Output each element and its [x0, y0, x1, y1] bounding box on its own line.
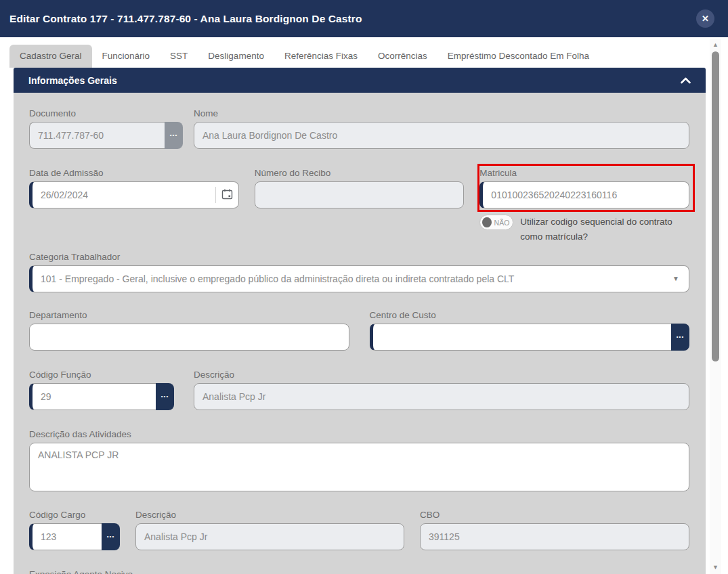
- data-admissao-label: Data de Admissão: [29, 168, 239, 178]
- tab-desligamento[interactable]: Desligamento: [198, 45, 274, 68]
- codigo-funcao-field[interactable]: 29: [29, 383, 156, 410]
- categoria-trabalhador-label: Categoria Trabalhador: [29, 252, 689, 262]
- centro-custo-field[interactable]: [370, 324, 672, 351]
- codigo-cargo-label: Código Cargo: [29, 510, 120, 520]
- scrollbar-thumb[interactable]: [712, 51, 719, 361]
- departamento-label: Departamento: [29, 310, 349, 320]
- close-button[interactable]: ✕: [696, 9, 714, 28]
- modal-title: Editar Contrato 177 - 711.477.787-60 - A…: [9, 13, 362, 25]
- toggle-question-label: Utilizar codigo sequencial do contrato c…: [520, 215, 689, 245]
- toggle-state-label: NÃO: [494, 219, 510, 227]
- data-admissao-field[interactable]: 26/02/2024: [29, 181, 239, 208]
- scroll-down-icon[interactable]: ▼: [710, 562, 721, 573]
- chevron-down-icon: ▼: [672, 275, 679, 282]
- tab-bar: Cadastro Geral Funcionário SST Desligame…: [0, 37, 728, 68]
- codigo-cargo-lookup-button[interactable]: •••: [102, 523, 120, 550]
- section-title: Informações Gerais: [28, 75, 117, 86]
- cbo-field[interactable]: 391125: [420, 523, 689, 550]
- ellipsis-icon: •••: [107, 534, 114, 539]
- ellipsis-icon: •••: [170, 133, 177, 138]
- toggle-knob-icon: [482, 217, 491, 227]
- tab-referencias-fixas[interactable]: Referências Fixas: [274, 45, 368, 68]
- nome-label: Nome: [194, 108, 689, 118]
- divider: [215, 187, 216, 203]
- modal-titlebar: Editar Contrato 177 - 711.477.787-60 - A…: [0, 0, 728, 37]
- data-admissao-value: 26/02/2024: [41, 190, 88, 200]
- categoria-trabalhador-select[interactable]: 101 - Empregado - Geral, inclusive o emp…: [29, 265, 689, 292]
- categoria-trabalhador-value: 101 - Empregado - Geral, inclusive o emp…: [41, 273, 514, 284]
- scroll-up-icon[interactable]: ▲: [710, 39, 721, 50]
- documento-label: Documento: [29, 108, 183, 118]
- calendar-icon[interactable]: [221, 188, 233, 202]
- numero-recibo-field[interactable]: [255, 181, 465, 208]
- informacoes-gerais-panel: Informações Gerais Documento 711.477.787…: [14, 68, 706, 574]
- matricula-label: Matricula: [479, 168, 689, 178]
- ellipsis-icon: •••: [677, 334, 684, 340]
- codigo-cargo-field[interactable]: 123: [29, 523, 102, 550]
- tab-cadastro-geral[interactable]: Cadastro Geral: [9, 45, 92, 68]
- documento-field[interactable]: 711.477.787-60: [29, 122, 165, 149]
- chevron-up-icon[interactable]: [681, 74, 691, 87]
- documento-lookup-button[interactable]: •••: [165, 122, 183, 149]
- usar-codigo-sequencial-toggle[interactable]: NÃO: [479, 215, 513, 230]
- vertical-scrollbar[interactable]: ▲ ▼: [710, 39, 721, 574]
- ellipsis-icon: •••: [161, 394, 169, 399]
- tab-ocorrencias[interactable]: Ocorrências: [368, 45, 437, 68]
- descricao-funcao-label: Descrição: [194, 370, 689, 380]
- descricao-cargo-label: Descrição: [135, 510, 404, 520]
- nome-field[interactable]: Ana Laura Bordignon De Castro: [194, 122, 689, 149]
- form-body: Documento 711.477.787-60 ••• Nome Ana La…: [14, 93, 706, 574]
- centro-custo-lookup-button[interactable]: •••: [671, 324, 689, 351]
- descricao-atividades-label: Descrição das Atividades: [29, 429, 689, 439]
- section-header-informacoes-gerais[interactable]: Informações Gerais: [14, 68, 706, 93]
- edit-contract-modal: Editar Contrato 177 - 711.477.787-60 - A…: [0, 0, 728, 574]
- codigo-funcao-lookup-button[interactable]: •••: [156, 383, 174, 410]
- numero-recibo-label: Número do Recibo: [255, 168, 465, 178]
- descricao-cargo-field[interactable]: Analista Pcp Jr: [135, 523, 404, 550]
- codigo-funcao-label: Código Função: [29, 370, 174, 380]
- exposicao-agente-nocivo-label: Exposição Agente Nocivo: [29, 569, 689, 574]
- departamento-field[interactable]: [29, 324, 349, 351]
- matricula-field[interactable]: 010100236520240223160116: [479, 181, 689, 208]
- tab-funcionario[interactable]: Funcionário: [92, 45, 160, 68]
- close-icon: ✕: [702, 14, 709, 23]
- centro-custo-label: Centro de Custo: [370, 310, 690, 320]
- descricao-atividades-textarea[interactable]: ANALISTA PCP JR: [29, 443, 689, 491]
- tab-sst[interactable]: SST: [160, 45, 198, 68]
- cbo-label: CBO: [420, 510, 689, 520]
- descricao-funcao-field[interactable]: Analista Pcp Jr: [194, 383, 689, 410]
- tab-emprestimo-descontado[interactable]: Empréstimo Descontado Em Folha: [437, 45, 599, 68]
